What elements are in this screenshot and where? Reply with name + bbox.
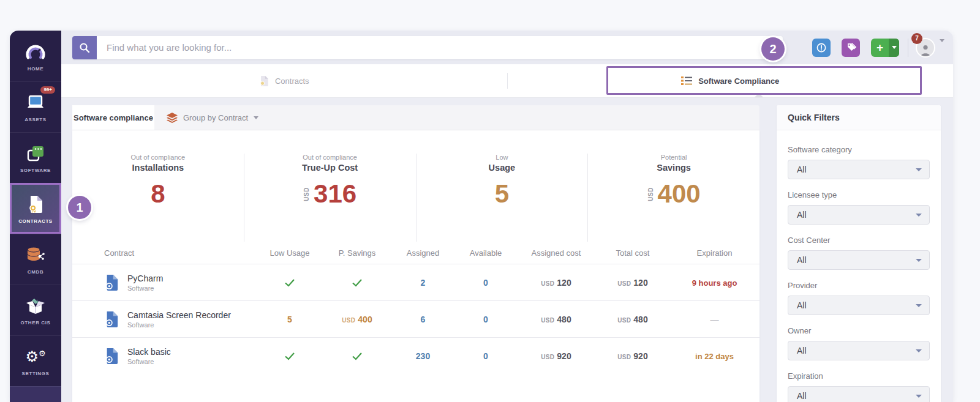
group-by-dropdown[interactable]: Group by Contract — [154, 105, 271, 130]
filter-label: Owner — [788, 326, 930, 335]
tab-contracts[interactable]: Contracts — [61, 64, 507, 97]
stat-label-bottom: True-Up Cost — [244, 163, 416, 173]
filter-value: All — [797, 165, 916, 174]
person-icon — [919, 43, 932, 56]
stat-value: 5 — [495, 181, 509, 207]
table-row-camtasia[interactable]: Camtasia Screen Recorder Software 5 USD4… — [72, 300, 760, 337]
filter-select-licensee-type[interactable]: All — [788, 205, 930, 225]
stat-value: 8 — [151, 181, 165, 207]
module-tabbar: Contracts Software Compliance — [61, 64, 953, 98]
stat-label-top: Out of compliance — [72, 154, 244, 161]
currency-label: USD — [303, 187, 310, 201]
sidebar-item-cmdb[interactable]: CMDB — [10, 234, 61, 285]
currency-label: USD — [617, 354, 631, 360]
chevron-down-icon — [916, 349, 922, 352]
sidebar-item-software[interactable]: SOFTWARE — [10, 132, 61, 183]
tab-label: Contracts — [275, 76, 309, 86]
gauge-icon — [26, 41, 45, 63]
currency-label: USD — [342, 317, 355, 324]
quick-filters-title: Quick Filters — [777, 105, 941, 130]
assigned-value: 230 — [416, 351, 430, 361]
filter-select-cost-center[interactable]: All — [788, 250, 930, 270]
filter-label: Software category — [788, 145, 930, 154]
add-button[interactable]: + — [871, 39, 899, 57]
search-button[interactable] — [72, 36, 97, 59]
table-row-pycharm[interactable]: PyCharm Software 2 0 USD120 USD120 9 hou… — [72, 264, 760, 300]
available-value: 0 — [483, 351, 488, 361]
available-value: 0 — [483, 278, 488, 288]
tab-software-compliance[interactable]: Software Compliance — [508, 64, 954, 97]
check-icon — [352, 352, 363, 360]
alerts-button[interactable] — [812, 39, 831, 57]
database-icon — [26, 244, 45, 266]
col-contract: Contract — [72, 248, 256, 258]
filter-label: Expiration — [788, 371, 930, 381]
search-input[interactable] — [97, 36, 783, 59]
col-assigned-cost: Assigned cost — [516, 248, 596, 258]
content-area: Software compliance Group by Contract — [61, 98, 953, 402]
currency-label: USD — [647, 187, 654, 201]
search-bar — [72, 36, 783, 59]
filter-select-owner[interactable]: All — [788, 341, 930, 360]
sidebar-item-label: CONTRACTS — [18, 218, 53, 224]
filter-value: All — [797, 210, 916, 220]
contract-category: Software — [127, 358, 171, 365]
annotation-step-2: 2 — [761, 37, 785, 61]
col-low-usage: Low Usage — [256, 248, 323, 258]
stat-label-bottom: Usage — [417, 163, 588, 173]
tags-button[interactable] — [842, 39, 860, 57]
topbar-actions: + 7 — [812, 38, 944, 58]
contract-icon — [28, 193, 43, 215]
assigned-cost-value: 480 — [557, 315, 571, 324]
sidebar-item-assets[interactable]: 99+ ASSETS — [10, 81, 61, 132]
filter-select-provider[interactable]: All — [788, 296, 930, 315]
alert-icon — [816, 43, 826, 53]
filter-select-expiration[interactable]: All — [788, 386, 930, 402]
col-p-savings: P. Savings — [323, 248, 391, 258]
stat-true-up-cost: Out of compliance True-Up Cost USD 316 — [244, 154, 416, 242]
contract-doc-icon — [104, 311, 119, 328]
annotation-step-1: 1 — [68, 196, 91, 219]
contract-name: Slack basic — [127, 347, 171, 357]
tab-label: Software Compliance — [698, 76, 779, 86]
chevron-down-icon — [916, 395, 922, 398]
filter-licensee-type: Licensee type All — [788, 190, 930, 225]
currency-label: USD — [617, 317, 631, 324]
compliance-list-icon — [681, 76, 692, 86]
gear-icon: ⚙⚙ — [25, 346, 45, 368]
add-dropdown-caret[interactable] — [889, 39, 899, 57]
chevron-down-icon — [254, 116, 258, 119]
total-cost-value: 920 — [633, 351, 647, 361]
sidebar-item-home[interactable]: HOME — [10, 31, 61, 81]
expiration-value: — — [710, 315, 719, 324]
chevron-down-icon — [916, 259, 922, 262]
filter-label: Licensee type — [788, 190, 930, 199]
contract-category: Software — [127, 285, 163, 292]
assigned-value: 2 — [421, 278, 426, 288]
table-row-slack[interactable]: Slack basic Software 230 0 USD920 USD920… — [72, 337, 760, 374]
filter-expiration: Expiration All — [788, 371, 930, 402]
user-menu-caret[interactable] — [940, 42, 944, 53]
currency-label: USD — [617, 280, 631, 287]
plus-icon: + — [871, 39, 889, 57]
subtab-software-compliance[interactable]: Software compliance — [72, 105, 154, 130]
filter-value: All — [797, 255, 916, 265]
chevron-down-icon — [916, 168, 922, 171]
sidebar-item-contracts[interactable]: CONTRACTS — [10, 183, 61, 234]
filter-select-software-category[interactable]: All — [788, 160, 930, 179]
check-icon — [284, 278, 295, 287]
col-total-cost: Total cost — [596, 248, 669, 258]
user-menu[interactable]: 7 — [916, 38, 935, 58]
sidebar-item-settings[interactable]: ⚙⚙ SETTINGS — [10, 335, 61, 386]
table-header: Contract Low Usage P. Savings Assigned A… — [72, 242, 760, 264]
contract-category: Software — [127, 321, 231, 329]
sidebar-item-label: OTHER CIs — [21, 320, 51, 326]
low-usage-value: 5 — [287, 315, 292, 324]
currency-label: USD — [541, 354, 554, 360]
sidebar: HOME 99+ ASSETS SOFTWARE — [10, 31, 61, 402]
assigned-cost-value: 920 — [557, 351, 571, 361]
assigned-value: 6 — [421, 315, 426, 324]
sidebar-item-other-cis[interactable]: OTHER CIs — [10, 285, 61, 335]
laptop-icon: 99+ — [26, 92, 45, 114]
software-icon — [26, 143, 45, 165]
